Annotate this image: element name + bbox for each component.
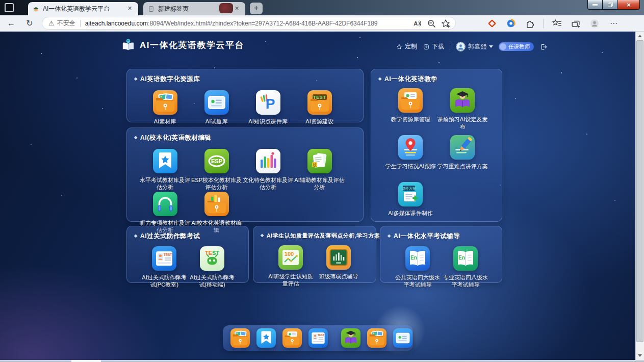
back-icon[interactable]: ← [4, 17, 18, 30]
page-title: AI一体化英语教学云平台 [140, 39, 244, 51]
read-aloud-icon[interactable]: A [411, 18, 423, 29]
vertical-scrollbar[interactable] [635, 32, 644, 360]
book-en-icon: En [405, 246, 430, 271]
customize-label: 定制 [405, 42, 417, 51]
favorites-bar-icon[interactable] [551, 18, 562, 29]
tab-close-icon[interactable]: × [125, 5, 134, 13]
app-grid: TESTAI过关式防作弊考试(PC教室)TESTAI过关式防作弊考试(移动端) [140, 246, 248, 289]
scroll-down-icon[interactable] [636, 351, 644, 360]
tab-ai-platform[interactable]: AI一体化英语教学云平台 × [28, 2, 138, 15]
section-title: ◆AI英语数字化资源库 [127, 69, 363, 84]
dock-item-ai-question-bank[interactable] [393, 328, 413, 348]
card-icon [393, 328, 413, 348]
bookmark-star-icon [256, 328, 276, 348]
app-key-difficult-points-review-plan[interactable]: 学习重难点讲评方案 [436, 135, 488, 182]
app-esp-school-textbook-analysis[interactable]: ESPESP校本化教材库及评估分析 [191, 149, 242, 192]
diamond-bullet-icon: ◆ [261, 233, 264, 238]
app-label: 文化特色教材库及评估分析 [243, 176, 294, 191]
restore-button[interactable] [603, 0, 617, 10]
app-ai-material-library[interactable]: AI素材库 [139, 90, 191, 125]
header-actions: 定制 下载 郭嘉熙 任课教师 [396, 42, 548, 51]
minimize-button[interactable] [587, 0, 603, 10]
app-ai-resource-construction[interactable]: TESTAI资源建设 [294, 90, 345, 125]
address-bar[interactable]: ⚠ 不安全 aiteach.lancooedu.com:8094/Web/ind… [42, 17, 456, 30]
close-button[interactable]: × [617, 0, 640, 10]
app-tem-4-8-exam-coaching[interactable]: En专业英语四八级水平考试辅导 [442, 246, 490, 289]
app-label: AI过关式防作弊考试(移动端) [188, 274, 236, 289]
app-teaching-resource-management[interactable]: 教学资源库管理 [384, 88, 436, 135]
app-anti-cheat-exam-pc[interactable]: TESTAI过关式防作弊考试(PC教室) [140, 246, 188, 289]
security-chip[interactable]: ⚠ 不安全 [46, 19, 75, 28]
folder-card-icon [282, 328, 302, 348]
url-text: aiteach.lancooedu.com:8094/Web/index.htm… [85, 20, 408, 27]
app-grid: AI素材库AI试题库PAI知识点课件库TESTAI资源建设 [139, 90, 363, 125]
role-badge[interactable]: 任课教师 [499, 42, 534, 51]
headphones-icon [153, 192, 177, 216]
app-culture-textbook-analysis[interactable]: 文化特色教材库及评估分析 [242, 149, 294, 192]
svg-text:En: En [458, 255, 465, 261]
extension-diamond-icon[interactable] [486, 18, 498, 29]
app-student-learning-ai-tracking[interactable]: 学生学习情况AI跟踪 [384, 135, 436, 182]
scrollbar-thumb[interactable] [636, 40, 643, 342]
dock-item-ai-material-library[interactable] [230, 328, 250, 348]
book-en-icon: En [453, 246, 478, 271]
add-favorite-icon[interactable] [440, 18, 451, 29]
app-class-weakness-coaching[interactable]: 班级薄弱点辅导 [315, 245, 363, 288]
card-icon [204, 90, 229, 115]
toolbar-divider [543, 19, 544, 28]
new-tab-button[interactable]: + [250, 3, 263, 14]
app-grid: 水平考试教材库及评估分析ESPESP校本化教材库及评估分析文化特色教材库及评估分… [139, 149, 363, 235]
svg-text:P: P [265, 96, 275, 112]
app-level-exam-textbook-analysis[interactable]: 水平考试教材库及评估分析 [139, 149, 191, 192]
app-ai-question-bank[interactable]: AI试题库 [191, 90, 242, 125]
download-label: 下载 [432, 42, 444, 51]
svg-text:A: A [414, 20, 418, 27]
tab-title: AI一体化英语教学云平台 [43, 5, 125, 13]
customize-button[interactable]: 定制 [396, 42, 417, 51]
section-title: ◆AI学生认知质量评估及薄弱点分析,学习方案 [253, 226, 376, 240]
board-bars-icon [326, 245, 351, 270]
zoom-out-icon[interactable] [426, 18, 437, 29]
app-label: AI资源建设 [305, 118, 333, 125]
app-ai-multimedia-courseware-making[interactable]: 课件方案AI多媒体课件制作 [384, 182, 436, 229]
extension-orb-icon[interactable] [505, 18, 517, 29]
app-ai-assisted-textbook-analysis[interactable]: 校AI辅助教材库及评估分析 [294, 149, 345, 192]
dock-item-teaching-resource-management[interactable] [282, 328, 302, 348]
refresh-icon[interactable]: ↻ [22, 17, 37, 30]
dock-item-pre-class-preview[interactable] [341, 328, 360, 348]
app-ai-knowledge-courseware-library[interactable]: PAI知识点课件库 [242, 90, 294, 125]
taskbar-edge-highlight [71, 360, 101, 362]
section-title: ◆AI(校本化)英语教材编辑 [127, 128, 363, 142]
dock-item-ai-material-library-2[interactable] [367, 328, 387, 348]
dock-item-level-exam-textbook[interactable] [256, 328, 276, 348]
profile-icon[interactable] [589, 18, 600, 29]
collections-icon[interactable] [570, 18, 581, 29]
section-card-2: ◆AI(校本化)英语教材编辑水平考试教材库及评估分析ESPESP校本化教材库及评… [126, 127, 364, 222]
diamond-bullet-icon: ◆ [378, 76, 382, 81]
logout-icon[interactable] [539, 43, 548, 51]
starfield [0, 32, 1, 33]
user-menu[interactable]: 郭嘉熙 [456, 42, 493, 51]
menu-dots-icon[interactable]: ⋯ [610, 19, 617, 28]
extensions-puzzle-icon[interactable] [524, 18, 535, 29]
app-label: AI知识点课件库 [248, 118, 287, 125]
score-100-icon: 100 [278, 245, 303, 270]
esp-icon: ESP [204, 149, 229, 173]
star-icon [396, 43, 403, 50]
doc-plus-icon: 课件方案 [398, 182, 423, 206]
wallpaper-smudge [219, 3, 233, 13]
tab-close-icon[interactable]: × [233, 5, 241, 13]
app-cet-4-6-exam-coaching[interactable]: En公共英语四六级水平考试辅导 [394, 246, 442, 289]
svg-text:TEST: TEST [318, 333, 325, 337]
app-pre-class-preview-ai-publish[interactable]: 课前预习AI设定及发布 [436, 88, 488, 135]
app-label: 教学资源库管理 [391, 116, 430, 123]
app-class-cognition-quality-assessment[interactable]: 100AI班级学生认知质量评估 [267, 245, 315, 288]
download-button[interactable]: 下载 [423, 42, 444, 51]
svg-text:En: En [410, 255, 417, 261]
scroll-up-icon[interactable] [636, 32, 644, 40]
letter-p-icon: P [256, 90, 280, 115]
dock-item-anti-cheat-exam-pc[interactable]: TEST [308, 328, 328, 348]
app-anti-cheat-exam-mobile[interactable]: TESTAI过关式防作弊考试(移动端) [188, 246, 236, 289]
section-title: ◆AI一体化水平考试辅导 [380, 226, 502, 241]
app-label: AI素材库 [154, 118, 176, 125]
